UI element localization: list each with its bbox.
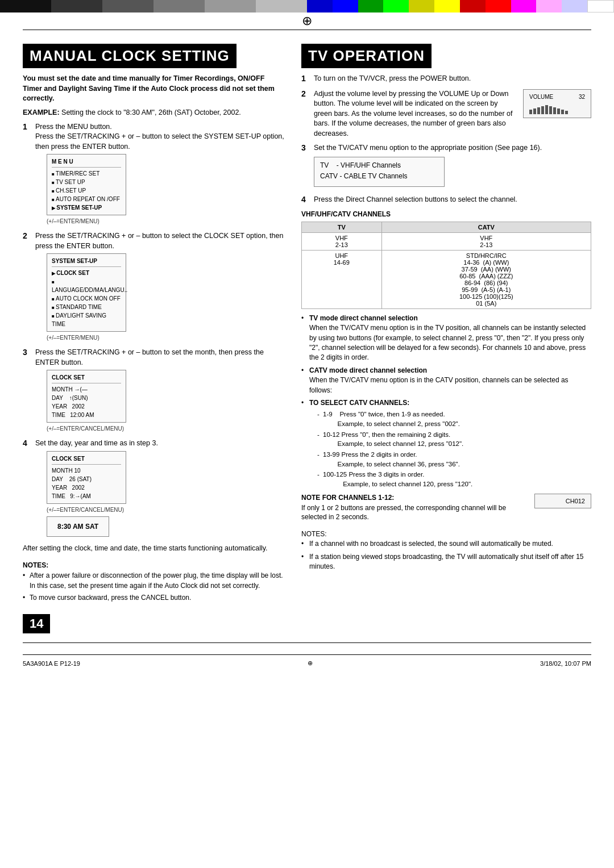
clock2-time: TIME 9:→(AM: [52, 492, 121, 500]
left-step-4: 4 Set the day, year and time as in step …: [23, 439, 284, 539]
final-time-display: 8:30 AM SAT: [47, 516, 109, 537]
bar-color-10: [536, 0, 562, 12]
menu-item-autorepeat: AUTO REPEAT ON /OFF: [52, 195, 121, 203]
catv-mode-bold: CATV mode direct channel selection: [309, 366, 427, 374]
left-notes: NOTES: After a power failure or disconne…: [23, 560, 284, 603]
left-step-3: 3 Press the SET/TRACKING + or – button t…: [23, 348, 284, 434]
vol-bar-7: [553, 107, 556, 114]
volume-bars: [529, 103, 585, 114]
vol-bar-6: [549, 106, 552, 114]
bullet-select-catv: TO SELECT CATV CHANNELS: 1-9 Press "0" t…: [301, 398, 591, 489]
clock1-year: YEAR 2002: [52, 402, 121, 411]
menu-item-chset: CH.SET UP: [52, 186, 121, 195]
vol-bar-5: [545, 105, 548, 114]
footer-left: 5A3A901A E P12-19: [23, 660, 80, 667]
enter-text-2: (+/–=ENTER/MENU): [47, 334, 284, 342]
tv-step-num-3: 3: [301, 143, 310, 190]
vhf-tv: VHF2-13: [302, 232, 382, 250]
page-number-box: 14: [23, 614, 284, 633]
page-footer: 5A3A901A E P12-19 ⊕ 3/18/02, 10:07 PM: [23, 654, 591, 667]
example-label: EXAMPLE:: [23, 108, 60, 116]
tv-step-3-text: Set the TV/CATV menu option to the appro…: [314, 143, 591, 153]
step-4-content: Set the day, year and time as in step 3.…: [35, 439, 284, 539]
clock2-day: DAY 26 (SAT): [52, 475, 121, 483]
tv-step-num-1: 1: [301, 73, 310, 85]
step-num-1: 1: [23, 122, 32, 133]
left-step-1: 1 Press the MENU button. Press the SET/T…: [23, 122, 284, 227]
bar-color-6: [434, 0, 460, 12]
vol-bar-4: [541, 106, 544, 114]
menu2-autoclock: AUTO CLOCK MON OFF: [52, 294, 121, 303]
tv-step-1-content: To turn on the TV/VCR, press the POWER b…: [314, 74, 591, 85]
menu-item-system: SYSTEM SET-UP: [52, 203, 121, 212]
right-notes: NOTES: If a channel with no broadcast is…: [301, 529, 591, 571]
clock2-year: YEAR 2002: [52, 483, 121, 492]
clock2-month: MONTH 10: [52, 466, 121, 475]
step-num-3: 3: [23, 347, 32, 358]
bar-color-9: [511, 0, 537, 12]
menu-box-2: SYSTEM SET-UP CLOCK SET LANGUAGE/DD/MA/L…: [47, 253, 126, 332]
tv-step-num-4: 4: [301, 194, 310, 206]
top-color-bar: [0, 0, 614, 12]
tv-mode-bold: TV mode direct channel selection: [309, 314, 418, 322]
step-1-text: Press the MENU button. Press the SET/TRA…: [35, 122, 284, 152]
bullet-catv-mode: CATV mode direct channel selection When …: [301, 366, 591, 395]
tv-step-2: 2 VOLUME 32: [301, 89, 591, 139]
left-step-list: 1 Press the MENU button. Press the SET/T…: [23, 122, 284, 539]
right-note-1: If a channel with no broadcast is select…: [301, 539, 591, 549]
select-catv-bold: TO SELECT CATV CHANNELS:: [309, 399, 409, 407]
sub-13-99: 13-99 Press the 2 digits in order. Examp…: [317, 450, 591, 469]
bullet-tv-mode: TV mode direct channel selection When th…: [301, 314, 591, 363]
left-note-1: After a power failure or disconnection o…: [23, 570, 284, 591]
clock1-time: TIME 12:00 AM: [52, 411, 121, 419]
left-note-2: To move cursor backward, press the CANCE…: [23, 592, 284, 603]
left-column: MANUAL CLOCK SETTING You must set the da…: [23, 44, 284, 633]
bar-color-11: [562, 0, 587, 12]
vol-bar-10: [565, 111, 568, 114]
menu-box-1: M E N U TIMER/REC SET TV SET UP CH.SET U…: [47, 154, 126, 215]
table-row-uhf: UHF14-69 STD/HRC/IRC 14-36 (A) (WW) 37-5…: [302, 250, 591, 308]
vol-bar-9: [561, 110, 564, 114]
notes-title-left: NOTES:: [23, 561, 48, 569]
after-setting-text: After setting the clock, time and date, …: [23, 544, 284, 554]
tv-step-2-content: VOLUME 32: [314, 89, 591, 139]
tv-step-4: 4 Press the Direct Channel selection but…: [301, 195, 591, 206]
bar-black-5: [205, 0, 256, 12]
left-notes-list: After a power failure or disconnection o…: [23, 570, 284, 603]
vol-bar-8: [557, 108, 560, 114]
step-1-content: Press the MENU button. Press the SET/TRA…: [35, 122, 284, 227]
right-section-heading: TV OPERATION: [301, 44, 432, 68]
menu2-clock: CLOCK SET: [52, 269, 121, 277]
center-target: ⊕: [0, 15, 614, 27]
volume-display: VOLUME 32: [523, 89, 591, 118]
notes-title-right: NOTES:: [301, 530, 327, 538]
right-column: TV OPERATION 1 To turn on the TV/VCR, pr…: [301, 44, 591, 633]
bar-color-2: [333, 0, 358, 12]
enter-text-1: (+/–=ENTER/MENU): [47, 218, 284, 226]
col-header-catv: CATV: [381, 222, 591, 232]
bar-black-2: [51, 0, 102, 12]
menu-box-clock2: CLOCK SET MONTH 10 DAY 26 (SAT) YEAR 200…: [47, 451, 126, 504]
bar-black-6: [256, 0, 307, 12]
bar-color-7: [460, 0, 486, 12]
step-3-text: Press the SET/TRACKING + or – button to …: [35, 348, 284, 368]
table-row-vhf: VHF2-13 VHF2-13: [302, 232, 591, 250]
enter-text-3: (+/–=ENTER/CANCEL/MENU): [47, 425, 284, 433]
volume-label-row: VOLUME 32: [529, 93, 585, 101]
clock1-title: CLOCK SET: [52, 373, 121, 383]
col-header-tv: TV: [302, 222, 382, 232]
uhf-catv: STD/HRC/IRC 14-36 (A) (WW) 37-59 (AA) (W…: [381, 250, 591, 308]
left-section-heading: MANUAL CLOCK SETTING: [23, 44, 237, 68]
menu2-daylight: DAYLIGHT SAVING TIME: [52, 311, 121, 328]
tv-step-list: 1 To turn on the TV/VCR, press the POWER…: [301, 74, 591, 206]
tv-step-4-text: Press the Direct Channel selection butto…: [314, 195, 591, 205]
left-step-2: 2 Press the SET/TRACKING + or – button t…: [23, 231, 284, 343]
ch-display-box: CH012: [534, 494, 591, 508]
volume-label: VOLUME: [529, 93, 553, 101]
bar-color-3: [358, 0, 384, 12]
step-4-text: Set the day, year and time as in step 3.: [35, 439, 284, 449]
tv-step-num-2: 2: [301, 89, 310, 139]
bar-color-1: [307, 0, 333, 12]
right-notes-list: If a channel with no broadcast is select…: [301, 539, 591, 571]
footer-center: ⊕: [308, 660, 313, 667]
